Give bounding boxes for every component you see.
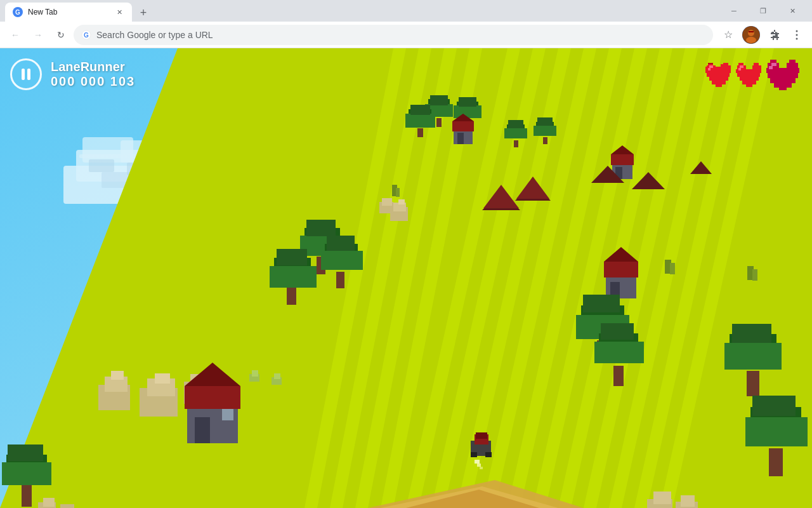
svg-rect-55 [534, 126, 556, 136]
svg-rect-80 [382, 198, 392, 206]
svg-rect-191 [770, 78, 796, 83]
back-button[interactable]: ← [5, 25, 25, 45]
svg-rect-14 [89, 159, 114, 172]
svg-rect-183 [740, 65, 743, 68]
svg-rect-96 [670, 263, 675, 274]
svg-rect-90 [252, 370, 258, 377]
tab-favicon: G [13, 7, 23, 17]
svg-rect-140 [485, 452, 492, 457]
svg-rect-139 [471, 452, 477, 457]
nav-bar: ← → ↻ G Search Google or type a URL ☆ [0, 22, 812, 48]
pause-bar-left [22, 69, 25, 80]
svg-rect-184 [738, 68, 741, 70]
svg-rect-190 [768, 73, 798, 78]
svg-rect-107 [287, 286, 296, 305]
svg-rect-127 [22, 485, 32, 507]
svg-rect-37 [436, 118, 442, 127]
svg-rect-175 [754, 63, 759, 65]
svg-point-6 [796, 30, 798, 32]
svg-rect-167 [707, 73, 730, 77]
extensions-button[interactable] [764, 25, 784, 45]
svg-rect-43 [454, 105, 481, 118]
google-logo: G [81, 30, 91, 40]
bookmark-button[interactable]: ☆ [718, 25, 738, 45]
svg-rect-117 [594, 342, 644, 363]
pause-button[interactable] [10, 58, 42, 90]
address-bar[interactable]: G Search Google or type a URL [74, 25, 713, 45]
svg-rect-62 [611, 154, 634, 165]
svg-point-8 [796, 37, 798, 39]
pause-bar-right [27, 69, 30, 80]
pause-icon [22, 69, 30, 80]
window-controls: ─ ❐ ✕ [719, 0, 807, 22]
svg-rect-153 [60, 504, 74, 508]
svg-rect-52 [508, 120, 523, 128]
profile-button[interactable] [741, 25, 761, 45]
svg-rect-45 [417, 128, 423, 137]
svg-rect-163 [723, 63, 728, 65]
game-info: LaneRunner 000 000 103 [51, 60, 135, 89]
svg-rect-78 [398, 199, 405, 204]
menu-button[interactable] [787, 25, 807, 45]
svg-rect-106 [327, 236, 355, 251]
svg-rect-122 [732, 324, 771, 343]
tab-strip: G New Tab ✕ + [5, 0, 719, 22]
tab-close-button[interactable]: ✕ [114, 7, 124, 17]
svg-rect-98 [752, 269, 757, 281]
svg-rect-126 [752, 396, 796, 416]
svg-rect-123 [769, 448, 783, 476]
svg-rect-48 [410, 105, 430, 115]
svg-rect-102 [306, 220, 336, 236]
svg-rect-170 [716, 84, 722, 87]
svg-rect-142 [477, 464, 481, 467]
heart-2 [736, 62, 764, 87]
svg-rect-195 [769, 66, 773, 69]
svg-rect-83 [111, 371, 124, 380]
svg-rect-188 [787, 63, 798, 68]
svg-rect-185 [770, 60, 776, 63]
forward-button[interactable]: → [28, 25, 48, 45]
svg-rect-152 [43, 498, 55, 507]
heart-1 [705, 62, 733, 87]
svg-rect-171 [709, 65, 713, 68]
heart-3 [766, 58, 802, 90]
minimize-button[interactable]: ─ [719, 0, 749, 22]
game-title: LaneRunner [51, 60, 135, 74]
svg-rect-179 [737, 73, 760, 77]
maximize-button[interactable]: ❐ [749, 0, 778, 22]
svg-rect-60 [457, 133, 464, 144]
svg-rect-114 [583, 295, 620, 312]
address-text: Search Google or type a URL [96, 30, 213, 40]
svg-rect-119 [747, 371, 759, 396]
svg-rect-141 [475, 460, 480, 464]
svg-rect-66 [604, 262, 638, 277]
svg-point-4 [746, 37, 756, 43]
svg-rect-86 [155, 373, 170, 384]
svg-rect-186 [789, 60, 796, 63]
svg-rect-94 [396, 188, 400, 197]
reload-button[interactable]: ↻ [51, 25, 71, 45]
close-button[interactable]: ✕ [778, 0, 807, 22]
svg-rect-115 [613, 366, 624, 386]
svg-rect-109 [270, 266, 317, 288]
svg-rect-172 [708, 68, 710, 70]
svg-text:G: G [84, 32, 89, 39]
profile-avatar [742, 26, 760, 44]
svg-rect-169 [712, 81, 726, 84]
svg-rect-5 [749, 31, 754, 32]
tab-title: New Tab [28, 8, 109, 17]
svg-rect-40 [430, 95, 448, 105]
svg-rect-165 [722, 65, 731, 69]
title-bar: G New Tab ✕ + ─ ❐ ✕ [0, 0, 812, 22]
new-tab-button[interactable]: + [134, 4, 152, 22]
svg-point-7 [796, 34, 798, 36]
browser-frame: G New Tab ✕ + ─ ❐ ✕ ← → ↻ [0, 0, 812, 508]
active-tab[interactable]: G New Tab ✕ [5, 3, 132, 22]
svg-point-3 [748, 30, 754, 36]
svg-rect-168 [709, 77, 728, 81]
svg-rect-92 [274, 373, 280, 379]
svg-rect-105 [321, 251, 363, 270]
svg-rect-110 [277, 249, 307, 265]
svg-rect-53 [543, 137, 547, 144]
svg-rect-173 [708, 63, 713, 64]
